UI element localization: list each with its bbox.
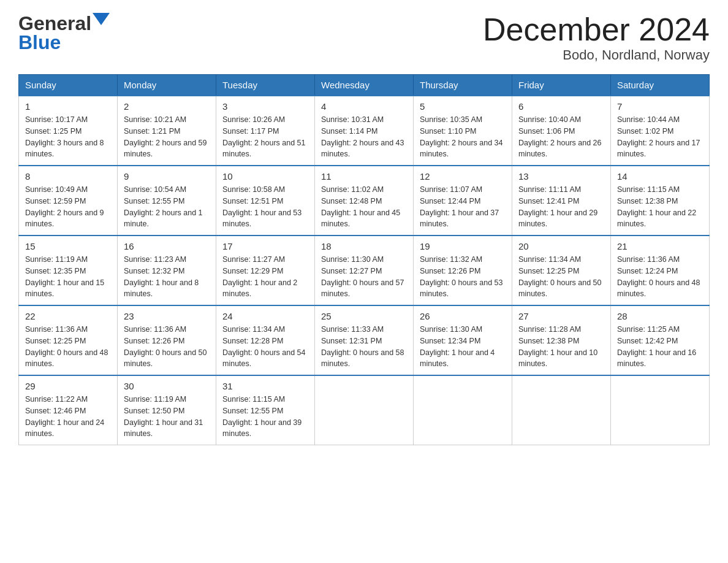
day-number: 18 <box>321 241 407 251</box>
table-row: 29Sunrise: 11:22 AMSunset: 12:46 PMDayli… <box>19 375 118 445</box>
day-info: Sunrise: 11:23 AMSunset: 12:32 PMDayligh… <box>124 254 210 300</box>
logo-triangle-icon <box>93 13 110 30</box>
col-sunday: Sunday <box>19 75 118 96</box>
day-number: 16 <box>124 241 210 251</box>
day-number: 25 <box>321 311 407 321</box>
day-info: Sunrise: 10:44 AMSunset: 1:02 PMDaylight… <box>617 114 703 160</box>
table-row: 5Sunrise: 10:35 AMSunset: 1:10 PMDayligh… <box>414 96 512 166</box>
calendar-subtitle: Bodo, Nordland, Norway <box>483 47 710 63</box>
table-row: 8Sunrise: 10:49 AMSunset: 12:59 PMDaylig… <box>19 166 118 236</box>
day-info: Sunrise: 11:19 AMSunset: 12:50 PMDayligh… <box>124 394 210 440</box>
day-info: Sunrise: 11:02 AMSunset: 12:48 PMDayligh… <box>321 184 407 230</box>
day-info: Sunrise: 11:30 AMSunset: 12:34 PMDayligh… <box>420 324 506 370</box>
table-row: 31Sunrise: 11:15 AMSunset: 12:55 PMDayli… <box>216 375 315 445</box>
table-row: 14Sunrise: 11:15 AMSunset: 12:38 PMDayli… <box>611 166 710 236</box>
day-number: 27 <box>518 311 604 321</box>
day-number: 4 <box>321 101 407 112</box>
table-row: 10Sunrise: 10:58 AMSunset: 12:51 PMDayli… <box>216 166 315 236</box>
day-number: 28 <box>617 311 703 321</box>
day-number: 26 <box>420 311 506 321</box>
day-number: 8 <box>25 171 111 182</box>
table-row: 18Sunrise: 11:30 AMSunset: 12:27 PMDayli… <box>315 236 414 305</box>
day-info: Sunrise: 11:36 AMSunset: 12:24 PMDayligh… <box>617 254 703 300</box>
table-row: 27Sunrise: 11:28 AMSunset: 12:38 PMDayli… <box>512 305 611 375</box>
day-info: Sunrise: 11:36 AMSunset: 12:25 PMDayligh… <box>25 324 111 370</box>
day-number: 1 <box>25 101 111 112</box>
table-row: 17Sunrise: 11:27 AMSunset: 12:29 PMDayli… <box>216 236 315 305</box>
day-number: 9 <box>124 171 210 182</box>
table-row: 3Sunrise: 10:26 AMSunset: 1:17 PMDayligh… <box>216 96 315 166</box>
day-info: Sunrise: 10:58 AMSunset: 12:51 PMDayligh… <box>222 184 308 230</box>
logo: General Blue <box>18 12 110 54</box>
table-row: 22Sunrise: 11:36 AMSunset: 12:25 PMDayli… <box>19 305 118 375</box>
week-row-3: 15Sunrise: 11:19 AMSunset: 12:35 PMDayli… <box>19 236 710 305</box>
day-number: 30 <box>124 381 210 391</box>
day-info: Sunrise: 11:32 AMSunset: 12:26 PMDayligh… <box>420 254 506 300</box>
week-row-4: 22Sunrise: 11:36 AMSunset: 12:25 PMDayli… <box>19 305 710 375</box>
day-number: 2 <box>124 101 210 112</box>
table-row <box>512 375 611 445</box>
day-info: Sunrise: 10:54 AMSunset: 12:55 PMDayligh… <box>124 184 210 230</box>
day-number: 23 <box>124 311 210 321</box>
svg-marker-0 <box>93 13 110 25</box>
day-info: Sunrise: 10:21 AMSunset: 1:21 PMDaylight… <box>124 114 210 160</box>
day-info: Sunrise: 10:49 AMSunset: 12:59 PMDayligh… <box>25 184 111 230</box>
calendar-title: December 2024 <box>483 12 710 47</box>
day-info: Sunrise: 11:19 AMSunset: 12:35 PMDayligh… <box>25 254 111 300</box>
logo-blue-text: Blue <box>18 31 61 54</box>
page-header: General Blue December 2024 Bodo, Nordlan… <box>18 12 710 63</box>
day-number: 31 <box>222 381 308 391</box>
table-row: 13Sunrise: 11:11 AMSunset: 12:41 PMDayli… <box>512 166 611 236</box>
week-row-5: 29Sunrise: 11:22 AMSunset: 12:46 PMDayli… <box>19 375 710 445</box>
table-row: 4Sunrise: 10:31 AMSunset: 1:14 PMDayligh… <box>315 96 414 166</box>
day-info: Sunrise: 10:35 AMSunset: 1:10 PMDaylight… <box>420 114 506 160</box>
col-tuesday: Tuesday <box>216 75 315 96</box>
week-row-1: 1Sunrise: 10:17 AMSunset: 1:25 PMDayligh… <box>19 96 710 166</box>
table-row: 26Sunrise: 11:30 AMSunset: 12:34 PMDayli… <box>414 305 512 375</box>
table-row: 23Sunrise: 11:36 AMSunset: 12:26 PMDayli… <box>118 305 216 375</box>
day-number: 13 <box>518 171 604 182</box>
day-number: 20 <box>518 241 604 251</box>
table-row: 25Sunrise: 11:33 AMSunset: 12:31 PMDayli… <box>315 305 414 375</box>
day-info: Sunrise: 10:17 AMSunset: 1:25 PMDaylight… <box>25 114 111 160</box>
day-number: 17 <box>222 241 308 251</box>
table-row <box>315 375 414 445</box>
table-row: 19Sunrise: 11:32 AMSunset: 12:26 PMDayli… <box>414 236 512 305</box>
day-info: Sunrise: 11:15 AMSunset: 12:55 PMDayligh… <box>222 394 308 440</box>
table-row: 7Sunrise: 10:44 AMSunset: 1:02 PMDayligh… <box>611 96 710 166</box>
table-row: 2Sunrise: 10:21 AMSunset: 1:21 PMDayligh… <box>118 96 216 166</box>
col-monday: Monday <box>118 75 216 96</box>
table-row: 15Sunrise: 11:19 AMSunset: 12:35 PMDayli… <box>19 236 118 305</box>
table-row: 1Sunrise: 10:17 AMSunset: 1:25 PMDayligh… <box>19 96 118 166</box>
col-wednesday: Wednesday <box>315 75 414 96</box>
day-number: 22 <box>25 311 111 321</box>
table-row: 9Sunrise: 10:54 AMSunset: 12:55 PMDaylig… <box>118 166 216 236</box>
day-number: 3 <box>222 101 308 112</box>
title-block: December 2024 Bodo, Nordland, Norway <box>483 12 710 63</box>
day-info: Sunrise: 11:22 AMSunset: 12:46 PMDayligh… <box>25 394 111 440</box>
day-number: 24 <box>222 311 308 321</box>
col-friday: Friday <box>512 75 611 96</box>
week-row-2: 8Sunrise: 10:49 AMSunset: 12:59 PMDaylig… <box>19 166 710 236</box>
table-row: 16Sunrise: 11:23 AMSunset: 12:32 PMDayli… <box>118 236 216 305</box>
day-info: Sunrise: 11:25 AMSunset: 12:42 PMDayligh… <box>617 324 703 370</box>
day-info: Sunrise: 11:07 AMSunset: 12:44 PMDayligh… <box>420 184 506 230</box>
day-number: 21 <box>617 241 703 251</box>
table-row <box>414 375 512 445</box>
table-row: 28Sunrise: 11:25 AMSunset: 12:42 PMDayli… <box>611 305 710 375</box>
day-info: Sunrise: 11:30 AMSunset: 12:27 PMDayligh… <box>321 254 407 300</box>
day-number: 7 <box>617 101 703 112</box>
day-number: 14 <box>617 171 703 182</box>
table-row: 30Sunrise: 11:19 AMSunset: 12:50 PMDayli… <box>118 375 216 445</box>
day-number: 6 <box>518 101 604 112</box>
table-row: 6Sunrise: 10:40 AMSunset: 1:06 PMDayligh… <box>512 96 611 166</box>
day-number: 15 <box>25 241 111 251</box>
day-number: 10 <box>222 171 308 182</box>
day-info: Sunrise: 11:28 AMSunset: 12:38 PMDayligh… <box>518 324 604 370</box>
calendar-table: Sunday Monday Tuesday Wednesday Thursday… <box>18 74 710 445</box>
table-row: 12Sunrise: 11:07 AMSunset: 12:44 PMDayli… <box>414 166 512 236</box>
day-info: Sunrise: 11:11 AMSunset: 12:41 PMDayligh… <box>518 184 604 230</box>
table-row: 24Sunrise: 11:34 AMSunset: 12:28 PMDayli… <box>216 305 315 375</box>
day-info: Sunrise: 11:27 AMSunset: 12:29 PMDayligh… <box>222 254 308 300</box>
day-number: 5 <box>420 101 506 112</box>
